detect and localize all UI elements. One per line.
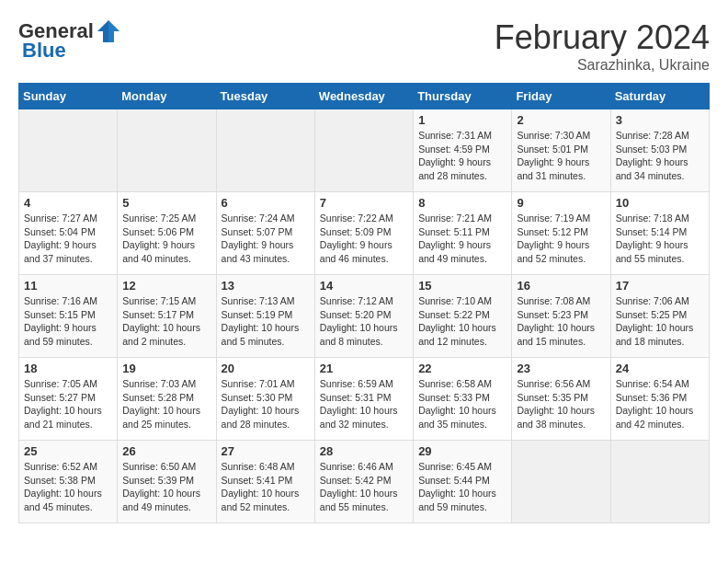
- day-number: 13: [222, 279, 310, 293]
- calendar-week-row: 1Sunrise: 7:31 AM Sunset: 4:59 PM Daylig…: [19, 109, 710, 192]
- day-info: Sunrise: 7:27 AM Sunset: 5:04 PM Dayligh…: [24, 212, 112, 266]
- calendar-cell: 29Sunrise: 6:45 AM Sunset: 5:44 PM Dayli…: [414, 441, 512, 523]
- logo: General Blue: [18, 18, 123, 63]
- calendar-cell: [314, 109, 413, 192]
- day-info: Sunrise: 7:05 AM Sunset: 5:27 PM Dayligh…: [24, 377, 112, 431]
- calendar-cell: 20Sunrise: 7:01 AM Sunset: 5:30 PM Dayli…: [216, 358, 314, 441]
- day-info: Sunrise: 7:25 AM Sunset: 5:06 PM Dayligh…: [122, 212, 210, 266]
- header: General Blue February 2024 Sarazhinka, U…: [18, 18, 710, 74]
- calendar-week-row: 18Sunrise: 7:05 AM Sunset: 5:27 PM Dayli…: [19, 358, 710, 441]
- day-number: 5: [122, 196, 210, 210]
- day-number: 14: [320, 279, 408, 293]
- calendar-cell: 17Sunrise: 7:06 AM Sunset: 5:25 PM Dayli…: [610, 275, 709, 358]
- calendar-cell: 15Sunrise: 7:10 AM Sunset: 5:22 PM Dayli…: [414, 275, 512, 358]
- day-number: 24: [616, 362, 704, 375]
- calendar-cell: 19Sunrise: 7:03 AM Sunset: 5:28 PM Dayli…: [118, 358, 216, 441]
- day-info: Sunrise: 7:06 AM Sunset: 5:25 PM Dayligh…: [616, 294, 704, 349]
- day-number: 1: [418, 113, 506, 127]
- calendar-week-row: 11Sunrise: 7:16 AM Sunset: 5:15 PM Dayli…: [19, 275, 710, 358]
- day-number: 20: [222, 362, 310, 375]
- month-year: February 2024: [495, 18, 710, 57]
- day-info: Sunrise: 6:52 AM Sunset: 5:38 PM Dayligh…: [24, 460, 112, 514]
- calendar-cell: 6Sunrise: 7:24 AM Sunset: 5:07 PM Daylig…: [216, 192, 314, 275]
- calendar-week-row: 25Sunrise: 6:52 AM Sunset: 5:38 PM Dayli…: [19, 441, 710, 523]
- day-info: Sunrise: 6:59 AM Sunset: 5:31 PM Dayligh…: [320, 377, 408, 431]
- day-number: 22: [418, 362, 506, 375]
- logo-icon: [96, 18, 121, 44]
- calendar-cell: 24Sunrise: 6:54 AM Sunset: 5:36 PM Dayli…: [610, 358, 709, 441]
- day-number: 9: [517, 196, 605, 210]
- calendar-cell: [19, 109, 118, 192]
- day-number: 25: [24, 444, 112, 458]
- day-number: 8: [418, 196, 506, 210]
- day-info: Sunrise: 6:46 AM Sunset: 5:42 PM Dayligh…: [320, 460, 408, 514]
- day-info: Sunrise: 6:50 AM Sunset: 5:39 PM Dayligh…: [122, 460, 210, 514]
- calendar-cell: 12Sunrise: 7:15 AM Sunset: 5:17 PM Dayli…: [118, 275, 216, 358]
- day-info: Sunrise: 6:58 AM Sunset: 5:33 PM Dayligh…: [418, 377, 506, 431]
- day-number: 29: [418, 444, 506, 458]
- calendar-cell: 7Sunrise: 7:22 AM Sunset: 5:09 PM Daylig…: [314, 192, 413, 275]
- calendar-cell: 21Sunrise: 6:59 AM Sunset: 5:31 PM Dayli…: [314, 358, 413, 441]
- day-info: Sunrise: 7:10 AM Sunset: 5:22 PM Dayligh…: [418, 294, 506, 349]
- day-info: Sunrise: 6:45 AM Sunset: 5:44 PM Dayligh…: [418, 460, 506, 514]
- calendar: SundayMondayTuesdayWednesdayThursdayFrid…: [18, 83, 710, 523]
- day-number: 7: [320, 196, 408, 210]
- day-info: Sunrise: 7:30 AM Sunset: 5:01 PM Dayligh…: [517, 129, 605, 183]
- day-number: 10: [616, 196, 704, 210]
- day-info: Sunrise: 6:48 AM Sunset: 5:41 PM Dayligh…: [222, 460, 310, 514]
- calendar-cell: 26Sunrise: 6:50 AM Sunset: 5:39 PM Dayli…: [118, 441, 216, 523]
- calendar-cell: 25Sunrise: 6:52 AM Sunset: 5:38 PM Dayli…: [19, 441, 118, 523]
- day-number: 11: [24, 279, 112, 293]
- day-info: Sunrise: 7:28 AM Sunset: 5:03 PM Dayligh…: [616, 129, 704, 183]
- calendar-cell: 23Sunrise: 6:56 AM Sunset: 5:35 PM Dayli…: [512, 358, 610, 441]
- calendar-header-row: SundayMondayTuesdayWednesdayThursdayFrid…: [19, 84, 710, 109]
- day-info: Sunrise: 7:22 AM Sunset: 5:09 PM Dayligh…: [320, 212, 408, 266]
- day-number: 18: [24, 362, 112, 375]
- location: Sarazhinka, Ukraine: [495, 57, 710, 74]
- day-info: Sunrise: 7:13 AM Sunset: 5:19 PM Dayligh…: [222, 294, 310, 349]
- calendar-cell: 28Sunrise: 6:46 AM Sunset: 5:42 PM Dayli…: [314, 441, 413, 523]
- calendar-cell: 8Sunrise: 7:21 AM Sunset: 5:11 PM Daylig…: [414, 192, 512, 275]
- day-info: Sunrise: 7:19 AM Sunset: 5:12 PM Dayligh…: [517, 212, 605, 266]
- calendar-cell: 9Sunrise: 7:19 AM Sunset: 5:12 PM Daylig…: [512, 192, 610, 275]
- calendar-cell: 4Sunrise: 7:27 AM Sunset: 5:04 PM Daylig…: [19, 192, 118, 275]
- day-number: 12: [122, 279, 210, 293]
- day-number: 21: [320, 362, 408, 375]
- calendar-cell: [118, 109, 216, 192]
- calendar-week-row: 4Sunrise: 7:27 AM Sunset: 5:04 PM Daylig…: [19, 192, 710, 275]
- calendar-cell: 10Sunrise: 7:18 AM Sunset: 5:14 PM Dayli…: [610, 192, 709, 275]
- day-number: 28: [320, 444, 408, 458]
- calendar-cell: 11Sunrise: 7:16 AM Sunset: 5:15 PM Dayli…: [19, 275, 118, 358]
- day-info: Sunrise: 7:08 AM Sunset: 5:23 PM Dayligh…: [517, 294, 605, 349]
- col-header-monday: Monday: [118, 84, 216, 109]
- day-number: 15: [418, 279, 506, 293]
- day-number: 16: [517, 279, 605, 293]
- day-info: Sunrise: 7:16 AM Sunset: 5:15 PM Dayligh…: [24, 294, 112, 349]
- calendar-cell: 2Sunrise: 7:30 AM Sunset: 5:01 PM Daylig…: [512, 109, 610, 192]
- calendar-cell: 13Sunrise: 7:13 AM Sunset: 5:19 PM Dayli…: [216, 275, 314, 358]
- svg-marker-1: [108, 20, 119, 42]
- col-header-friday: Friday: [512, 84, 610, 109]
- calendar-cell: 1Sunrise: 7:31 AM Sunset: 4:59 PM Daylig…: [414, 109, 512, 192]
- calendar-cell: 22Sunrise: 6:58 AM Sunset: 5:33 PM Dayli…: [414, 358, 512, 441]
- day-number: 26: [122, 444, 210, 458]
- col-header-tuesday: Tuesday: [216, 84, 314, 109]
- day-info: Sunrise: 7:21 AM Sunset: 5:11 PM Dayligh…: [418, 212, 506, 266]
- calendar-cell: 18Sunrise: 7:05 AM Sunset: 5:27 PM Dayli…: [19, 358, 118, 441]
- day-number: 4: [24, 196, 112, 210]
- calendar-cell: 27Sunrise: 6:48 AM Sunset: 5:41 PM Dayli…: [216, 441, 314, 523]
- day-number: 17: [616, 279, 704, 293]
- calendar-cell: [610, 441, 709, 523]
- col-header-thursday: Thursday: [414, 84, 512, 109]
- calendar-cell: 3Sunrise: 7:28 AM Sunset: 5:03 PM Daylig…: [610, 109, 709, 192]
- day-info: Sunrise: 7:12 AM Sunset: 5:20 PM Dayligh…: [320, 294, 408, 349]
- calendar-cell: 5Sunrise: 7:25 AM Sunset: 5:06 PM Daylig…: [118, 192, 216, 275]
- day-info: Sunrise: 7:31 AM Sunset: 4:59 PM Dayligh…: [418, 129, 506, 183]
- day-info: Sunrise: 7:24 AM Sunset: 5:07 PM Dayligh…: [222, 212, 310, 266]
- day-info: Sunrise: 7:18 AM Sunset: 5:14 PM Dayligh…: [616, 212, 704, 266]
- day-info: Sunrise: 6:56 AM Sunset: 5:35 PM Dayligh…: [517, 377, 605, 431]
- calendar-cell: [216, 109, 314, 192]
- day-number: 19: [122, 362, 210, 375]
- title-area: February 2024 Sarazhinka, Ukraine: [495, 18, 710, 74]
- day-number: 3: [616, 113, 704, 127]
